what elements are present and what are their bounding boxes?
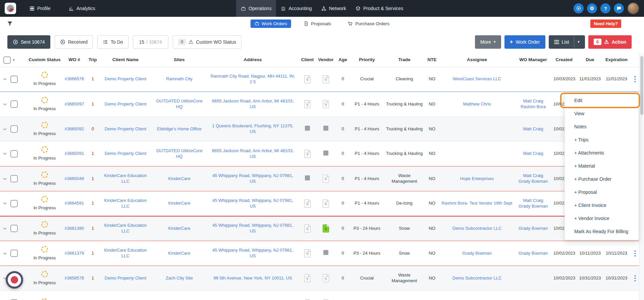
expand-chevron-icon[interactable] bbox=[3, 152, 7, 156]
assignee-link[interactable]: Matthew Chris bbox=[463, 101, 491, 106]
settings-gear-icon[interactable]: ⚙ bbox=[587, 3, 597, 13]
address-link[interactable]: 96 5th Avenue, New York, NY 10011, US bbox=[213, 275, 292, 281]
row-checkbox[interactable] bbox=[10, 175, 18, 182]
client-name-link[interactable]: Demo Property Client bbox=[105, 151, 146, 156]
select-dropdown-caret-icon[interactable]: ▾ bbox=[13, 58, 15, 62]
invoice-doc-icon[interactable]: $ bbox=[304, 150, 311, 158]
column-header-age[interactable]: Age bbox=[335, 53, 350, 67]
received-filter-button[interactable]: Received bbox=[55, 35, 93, 49]
filter-funnel-icon[interactable] bbox=[7, 20, 13, 27]
wo-number-link[interactable]: #3658578 bbox=[65, 275, 84, 281]
client-name-link[interactable]: KinderCare Education LLC bbox=[104, 223, 147, 233]
nav-item-product-services[interactable]: Product & Services bbox=[351, 0, 408, 17]
menu-item-trips[interactable]: + Trips bbox=[565, 133, 639, 146]
need-help-button[interactable]: Need Help? bbox=[590, 19, 621, 28]
table-row[interactable]: In Progress #3665049 1 KinderCare Educat… bbox=[0, 166, 639, 191]
new-work-order-button[interactable]: + Work Order bbox=[504, 35, 545, 49]
assignee-link[interactable]: Grady Boeman bbox=[462, 251, 491, 256]
row-checkbox[interactable] bbox=[10, 125, 18, 133]
menu-item-material[interactable]: + Material bbox=[565, 160, 639, 173]
client-name-link[interactable]: Demo Property Client bbox=[105, 76, 146, 81]
site-link[interactable]: Eldridge's Home Office bbox=[157, 126, 201, 131]
row-checkbox[interactable] bbox=[10, 76, 18, 83]
vertical-scrollbar[interactable] bbox=[639, 53, 644, 300]
wo-number-link[interactable]: #3665091 bbox=[65, 151, 84, 156]
site-link[interactable]: KinderCare bbox=[168, 201, 191, 206]
column-header-due[interactable]: Due bbox=[577, 53, 603, 67]
invoice-doc-icon[interactable]: $ bbox=[304, 249, 311, 257]
row-checkbox[interactable] bbox=[10, 225, 18, 232]
table-row[interactable]: In Progress #3665091 1 Demo Property Cli… bbox=[0, 141, 639, 166]
tab-purchase-orders[interactable]: Purchase Orders bbox=[344, 19, 393, 28]
invoice-doc-icon[interactable]: $ bbox=[323, 75, 329, 83]
column-header-nte[interactable]: NTE bbox=[425, 53, 439, 67]
wo-number-link[interactable]: #3664591 bbox=[65, 201, 84, 206]
column-header-vendor[interactable]: Vendor bbox=[316, 53, 335, 67]
column-header-priority[interactable]: Priority bbox=[350, 53, 384, 67]
select-all-checkbox[interactable] bbox=[3, 56, 11, 64]
table-row[interactable]: In Progress #3666576 1 Demo Property Cli… bbox=[0, 67, 639, 92]
menu-item-vendor-invoice[interactable]: + Vendor Invoice bbox=[565, 212, 639, 225]
menu-item-purchase-order[interactable]: + Purchase Order bbox=[565, 173, 639, 186]
invoice-doc-icon[interactable]: $ bbox=[323, 274, 329, 282]
wo-number-link[interactable]: #3661380 bbox=[65, 226, 84, 231]
address-link[interactable]: 6655 Jackson Road, Ann Arbor, MI 48103, … bbox=[212, 148, 294, 159]
row-checkbox[interactable] bbox=[10, 150, 18, 158]
column-header-sites[interactable]: Sites bbox=[152, 53, 207, 67]
invoice-doc-icon[interactable]: $ bbox=[323, 100, 329, 108]
column-header-custom-status[interactable]: Custom Status bbox=[27, 53, 62, 67]
expand-chevron-icon[interactable] bbox=[3, 77, 7, 81]
invoice-doc-icon-green[interactable]: $ bbox=[323, 224, 329, 232]
menu-item-mark-as-ready-for-billing[interactable]: Mark As Ready For Billing bbox=[565, 225, 639, 238]
wo-number-link[interactable]: #3666576 bbox=[65, 76, 84, 81]
invoice-doc-icon[interactable]: $ bbox=[304, 224, 311, 232]
nav-item-network[interactable]: Network bbox=[317, 0, 351, 17]
more-dropdown-button[interactable]: More ▾ bbox=[475, 35, 501, 49]
wo-number-link[interactable]: #3665092 bbox=[65, 126, 84, 131]
wo-number-link[interactable]: #3661379 bbox=[65, 251, 84, 256]
invoice-doc-icon[interactable]: $ bbox=[304, 200, 311, 208]
menu-item-notes[interactable]: Notes bbox=[565, 120, 639, 133]
address-link[interactable]: 6655 Jackson Road, Ann Arbor, MI 48103, … bbox=[212, 98, 294, 109]
help-icon[interactable]: ? bbox=[600, 3, 610, 13]
table-row[interactable]: In Progress #3661379 1 KinderCare Educat… bbox=[0, 241, 639, 266]
chat-icon[interactable] bbox=[614, 3, 624, 13]
expand-chevron-icon[interactable] bbox=[3, 102, 7, 106]
site-link[interactable]: KinderCare bbox=[168, 176, 191, 181]
row-actions-kebab-icon[interactable]: ⋮ bbox=[632, 249, 639, 257]
client-name-link[interactable]: KinderCare Education LLC bbox=[104, 173, 147, 184]
column-header-address[interactable]: Address bbox=[207, 53, 299, 67]
menu-item-view[interactable]: View bbox=[565, 107, 639, 120]
assignee-link[interactable]: Demo Subcontractor LLC bbox=[452, 275, 502, 281]
row-actions-kebab-icon[interactable]: ⋮ bbox=[632, 75, 639, 83]
site-link[interactable]: Zach City Site bbox=[166, 275, 193, 281]
company-logo[interactable] bbox=[5, 3, 16, 14]
column-header-wo-[interactable]: WO # bbox=[62, 53, 86, 67]
site-link[interactable]: KinderCare bbox=[168, 251, 191, 256]
wo-number-link[interactable]: #3665049 bbox=[65, 176, 84, 181]
column-header-created[interactable]: Created bbox=[551, 53, 577, 67]
invoice-doc-icon[interactable]: $ bbox=[304, 274, 311, 282]
address-link[interactable]: 1 Queens Boulevard, Flushing, NY 11375, … bbox=[212, 123, 293, 134]
assignee-link[interactable]: Hope Enterprises bbox=[460, 176, 494, 181]
column-header-assignee[interactable]: Assignee bbox=[439, 53, 515, 67]
row-checkbox[interactable] bbox=[10, 100, 18, 108]
expand-chevron-icon[interactable] bbox=[3, 226, 7, 231]
sent-filter-button[interactable]: Sent 10674 bbox=[7, 35, 50, 49]
invoice-doc-icon[interactable]: $ bbox=[304, 75, 311, 83]
nav-item-analytics[interactable]: Analytics bbox=[64, 0, 100, 17]
invoice-doc-icon[interactable]: $ bbox=[323, 175, 329, 183]
menu-item-client-invoice[interactable]: + Client Invoice bbox=[565, 199, 639, 212]
tab-work-orders[interactable]: Work Orders bbox=[251, 19, 291, 28]
todo-filter-button[interactable]: To Do bbox=[97, 35, 128, 49]
action-button[interactable]: 0 ⚠ Action bbox=[588, 35, 632, 49]
column-header-client-name[interactable]: Client Name bbox=[99, 53, 152, 67]
row-checkbox[interactable] bbox=[10, 200, 18, 207]
client-name-link[interactable]: Demo Property Client bbox=[105, 126, 146, 131]
nav-item-profile[interactable]: Profile bbox=[25, 0, 55, 17]
client-name-link[interactable]: KinderCare Education LLC bbox=[104, 248, 147, 258]
address-link[interactable]: 45 Whippany Road, Whippany, NJ 07981, US bbox=[212, 198, 293, 209]
menu-item-proposal[interactable]: + Proposal bbox=[565, 186, 639, 199]
menu-item-attachments[interactable]: + Attachments bbox=[565, 146, 639, 160]
expand-chevron-icon[interactable] bbox=[3, 251, 7, 256]
